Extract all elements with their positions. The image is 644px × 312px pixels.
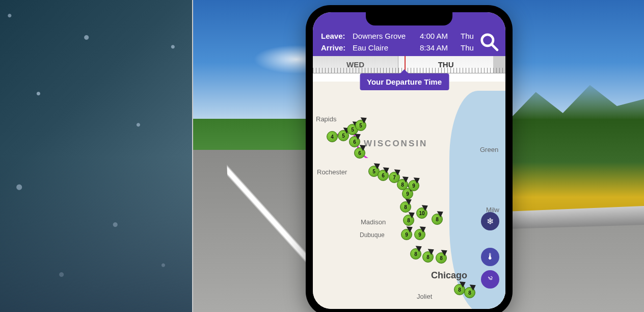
rainy-road-photo: [0, 0, 193, 312]
waypoint-marker[interactable]: 6: [354, 147, 365, 159]
city-label-dubuque: Dubuque: [360, 231, 385, 239]
city-label-madison: Madison: [361, 218, 386, 226]
waypoint-marker[interactable]: 8: [422, 251, 434, 263]
day-segment-wed[interactable]: WED: [313, 56, 398, 73]
city-label-chicago: Chicago: [431, 270, 467, 281]
waypoint-marker[interactable]: 9: [401, 229, 412, 240]
svg-line-1: [492, 44, 497, 50]
arrive-time: 8:34 AM: [420, 43, 457, 52]
phone-screen: Leave: Downers Grove 4:00 AM Thu Arrive:…: [313, 12, 505, 309]
waypoint-marker[interactable]: 6: [378, 170, 389, 181]
waypoint-marker[interactable]: 9: [408, 180, 419, 191]
route-info: Leave: Downers Grove 4:00 AM Thu Arrive:…: [321, 32, 478, 52]
wind-icon[interactable]: ༄: [481, 270, 499, 289]
waypoint-marker[interactable]: 8: [432, 214, 443, 225]
search-button[interactable]: [478, 31, 500, 53]
phone-notch: [366, 12, 452, 25]
map-area[interactable]: WISCONSIN Rapids Green Rochester Madison…: [313, 82, 505, 309]
day-segment-next[interactable]: [493, 56, 505, 73]
waypoint-marker[interactable]: 8: [410, 248, 421, 259]
waypoint-marker[interactable]: 6: [349, 136, 360, 147]
day-ruler[interactable]: WED THU Your Departure Time: [313, 56, 505, 73]
waypoint-marker[interactable]: 4: [327, 131, 338, 142]
waypoint-marker[interactable]: 10: [416, 207, 427, 219]
arrive-label: Arrive:: [321, 43, 348, 52]
city-label-joliet: Joliet: [417, 293, 432, 300]
phone-mockup: Leave: Downers Grove 4:00 AM Thu Arrive:…: [306, 5, 513, 312]
route-path: [313, 82, 466, 158]
arrive-day: Thu: [461, 43, 478, 52]
leave-location: Downers Grove: [353, 32, 416, 40]
snow-icon[interactable]: ❄: [481, 212, 499, 230]
leave-day: Thu: [461, 32, 478, 40]
leave-label: Leave:: [321, 32, 348, 40]
city-label-green: Green: [480, 146, 498, 153]
leave-row[interactable]: Leave: Downers Grove 4:00 AM Thu: [321, 32, 478, 40]
arrive-row[interactable]: Arrive: Eau Claire 8:34 AM Thu: [321, 43, 478, 52]
leave-time: 4:00 AM: [420, 32, 457, 40]
arrive-location: Eau Claire: [353, 43, 416, 52]
departure-tooltip: Your Departure Time: [360, 73, 449, 90]
city-label-rochester: Rochester: [317, 168, 347, 176]
temperature-icon[interactable]: 🌡: [481, 248, 499, 266]
waypoint-marker[interactable]: 8: [436, 252, 447, 264]
search-icon: [479, 32, 499, 51]
day-segment-thu[interactable]: THU: [398, 56, 493, 73]
waypoint-marker[interactable]: 8: [464, 287, 475, 298]
waypoint-marker[interactable]: 9: [414, 229, 425, 240]
waypoint-marker[interactable]: 8: [454, 284, 465, 295]
